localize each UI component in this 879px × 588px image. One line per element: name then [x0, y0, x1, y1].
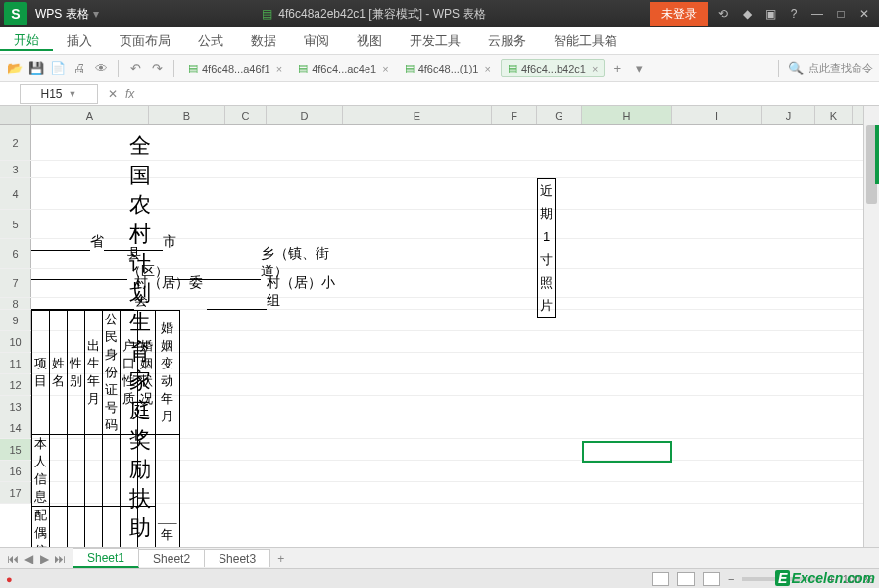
cell[interactable]: [50, 435, 68, 507]
row-header-6[interactable]: 6: [0, 239, 31, 268]
menu-smart-tools[interactable]: 智能工具箱: [540, 32, 631, 50]
cell[interactable]: [68, 435, 85, 507]
sheet-tab-3[interactable]: Sheet3: [204, 549, 270, 567]
sheet-nav-first-icon[interactable]: ⏮: [6, 552, 20, 565]
col-header-J[interactable]: J: [762, 106, 815, 124]
separator: [118, 60, 119, 77]
view-break-icon[interactable]: [703, 572, 720, 586]
search-command-input[interactable]: 点此查找命令: [808, 61, 873, 75]
cell[interactable]: [138, 435, 156, 507]
col-header-C[interactable]: C: [225, 106, 267, 124]
col-header-D[interactable]: D: [267, 106, 343, 124]
app-name: WPS 表格: [35, 6, 89, 23]
redo-icon[interactable]: ↷: [148, 60, 166, 77]
search-icon[interactable]: 🔍: [787, 60, 805, 77]
accept-icon[interactable]: fx: [125, 87, 134, 101]
view-normal-icon[interactable]: [652, 572, 669, 586]
row-header-17[interactable]: 17: [0, 482, 31, 503]
preview-icon[interactable]: 👁: [92, 60, 110, 77]
doc-tab-1[interactable]: ▤4f6c48...a46f1×: [182, 60, 288, 76]
undo-icon[interactable]: ↶: [126, 60, 144, 77]
name-box[interactable]: H15▼: [20, 84, 98, 104]
sheet-tab-1[interactable]: Sheet1: [73, 548, 139, 568]
scroll-marker: [875, 125, 879, 184]
maximize-button[interactable]: □: [830, 4, 852, 24]
label-province: 省: [90, 233, 104, 251]
close-icon[interactable]: ×: [382, 63, 388, 74]
close-icon[interactable]: ×: [276, 63, 282, 74]
zoom-out-icon[interactable]: −: [728, 573, 734, 585]
sheet-nav-last-icon[interactable]: ⏭: [53, 552, 67, 565]
export-icon[interactable]: 📄: [49, 60, 67, 77]
add-sheet-icon[interactable]: +: [269, 552, 292, 565]
col-header-E[interactable]: E: [343, 106, 492, 124]
view-page-icon[interactable]: [677, 572, 695, 586]
menu-start[interactable]: 开始: [0, 31, 53, 51]
col-header-H[interactable]: H: [582, 106, 672, 124]
separator: [778, 60, 779, 77]
sheet-tab-bar: ⏮ ◀ ▶ ⏭ Sheet1 Sheet2 Sheet3 +: [0, 547, 879, 568]
vertical-scrollbar[interactable]: [863, 106, 879, 576]
row-header-10[interactable]: 10: [0, 331, 31, 352]
menu-cloud[interactable]: 云服务: [474, 32, 540, 50]
cell[interactable]: [85, 435, 103, 507]
row-header-12[interactable]: 12: [0, 374, 31, 395]
save-icon[interactable]: 💾: [27, 60, 45, 77]
record-icon[interactable]: ●: [6, 573, 13, 585]
col-header-F[interactable]: F: [492, 106, 537, 124]
add-tab-icon[interactable]: +: [609, 60, 626, 77]
cell[interactable]: [121, 435, 138, 507]
formula-input[interactable]: [144, 92, 879, 96]
menu-bar: 开始 插入 页面布局 公式 数据 审阅 视图 开发工具 云服务 智能工具箱: [0, 27, 879, 55]
close-icon[interactable]: ×: [592, 63, 598, 74]
row-header-13[interactable]: 13: [0, 396, 31, 416]
help-icon[interactable]: ?: [783, 4, 805, 24]
skin-icon[interactable]: ▣: [759, 4, 781, 24]
print-icon[interactable]: 🖨: [71, 60, 88, 77]
watermark: EExcelcn.com: [775, 570, 875, 586]
row-header-9[interactable]: 9: [0, 310, 31, 330]
minimize-button[interactable]: —: [806, 4, 828, 24]
row-header-16[interactable]: 16: [0, 461, 31, 481]
quick-toolbar: 📂 💾 📄 🖨 👁 ↶ ↷ ▤4f6c48...a46f1× ▤4f6c4...…: [0, 55, 879, 82]
login-button[interactable]: 未登录: [650, 2, 708, 26]
menu-review[interactable]: 审阅: [290, 32, 343, 50]
row-header-2[interactable]: 2: [0, 125, 31, 160]
menu-formula[interactable]: 公式: [184, 32, 237, 50]
col-header-G[interactable]: G: [537, 106, 582, 124]
row-header-4[interactable]: 4: [0, 178, 31, 209]
sync-icon[interactable]: ⟲: [712, 4, 734, 24]
menu-insert[interactable]: 插入: [53, 32, 106, 50]
col-header-I[interactable]: I: [672, 106, 762, 124]
menu-view[interactable]: 视图: [343, 32, 396, 50]
col-header-A[interactable]: A: [31, 106, 149, 124]
row-header-8[interactable]: 8: [0, 298, 31, 309]
row-header-14[interactable]: 14: [0, 417, 31, 438]
col-header-B[interactable]: B: [149, 106, 225, 124]
hdr-project: 项目: [32, 311, 50, 435]
cell[interactable]: [103, 435, 121, 507]
open-icon[interactable]: 📂: [6, 60, 24, 77]
row-header-15[interactable]: 15: [0, 439, 31, 460]
close-button[interactable]: ✕: [854, 4, 875, 24]
row-header-7[interactable]: 7: [0, 269, 31, 297]
sheet-tab-2[interactable]: Sheet2: [138, 549, 205, 567]
settings-icon[interactable]: ◆: [736, 4, 757, 24]
doc-tab-2[interactable]: ▤4f6c4...ac4e1×: [292, 60, 395, 76]
close-icon[interactable]: ×: [484, 63, 490, 74]
sheet-nav-next-icon[interactable]: ▶: [37, 552, 51, 565]
menu-page-layout[interactable]: 页面布局: [106, 32, 184, 50]
col-header-K[interactable]: K: [815, 106, 853, 124]
row-header-3[interactable]: 3: [0, 161, 31, 177]
doc-tab-4[interactable]: ▤4f6c4...b42c1×: [501, 59, 606, 77]
tab-list-icon[interactable]: ▾: [630, 60, 648, 77]
title-bar: S WPS 表格 ▾ ▤ 4f6c48a2eb42c1 [兼容模式] - WPS…: [0, 0, 879, 27]
doc-tab-3[interactable]: ▤4f6c48...(1)1×: [399, 60, 497, 76]
sheet-nav-prev-icon[interactable]: ◀: [22, 552, 35, 565]
row-header-11[interactable]: 11: [0, 353, 31, 373]
menu-data[interactable]: 数据: [237, 32, 290, 50]
cancel-icon[interactable]: ✕: [108, 87, 118, 101]
row-header-5[interactable]: 5: [0, 210, 31, 238]
menu-dev-tools[interactable]: 开发工具: [396, 32, 474, 50]
select-all-corner[interactable]: [0, 106, 31, 124]
